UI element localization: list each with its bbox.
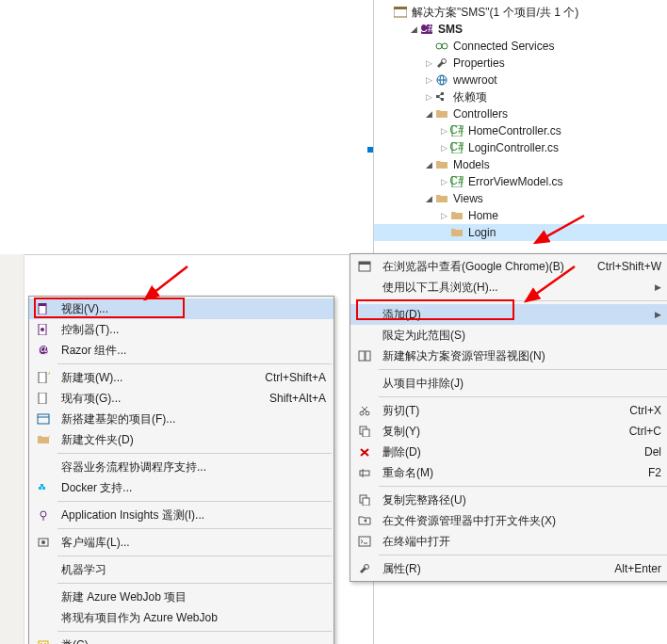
open-folder-icon xyxy=(354,513,375,528)
wwwroot-node[interactable]: ▷ wwwroot xyxy=(374,72,667,89)
csharp-file-icon: C# xyxy=(449,141,464,154)
svg-rect-1 xyxy=(394,7,407,9)
menu-machine-learning[interactable]: 机器学习 xyxy=(29,559,334,580)
dependencies-icon xyxy=(434,90,449,104)
svg-rect-36 xyxy=(363,498,369,506)
menu-new-solution-view[interactable]: 新建解决方案资源管理器视图(N) xyxy=(350,346,667,366)
menu-docker[interactable]: Docker 支持... xyxy=(29,477,334,498)
expand-arrow[interactable]: ◢ xyxy=(423,194,434,203)
menu-scope[interactable]: 限定为此范围(S) xyxy=(350,325,667,346)
globe-icon xyxy=(434,73,449,87)
controllers-folder[interactable]: ◢ Controllers xyxy=(374,105,667,122)
solution-node[interactable]: 解决方案"SMS"(1 个项目/共 1 个) xyxy=(374,4,667,21)
views-label: Views xyxy=(453,192,483,205)
models-folder[interactable]: ◢ Models xyxy=(374,156,667,173)
menu-class[interactable]: 类(C)... xyxy=(29,635,334,644)
svg-rect-12 xyxy=(441,98,444,101)
login-folder[interactable]: Login xyxy=(374,224,667,241)
home-folder[interactable]: ▷ Home xyxy=(374,207,667,224)
folder-icon xyxy=(449,209,464,222)
menu-container[interactable]: 容器业务流程协调程序支持... xyxy=(29,457,334,477)
scaffold-icon xyxy=(33,411,54,427)
connected-services-node[interactable]: Connected Services xyxy=(374,38,667,55)
menu-cut[interactable]: 剪切(T) Ctrl+X xyxy=(350,400,667,421)
expand-arrow[interactable]: ◢ xyxy=(408,24,419,34)
dependencies-node[interactable]: ▷ 依赖项 xyxy=(374,89,667,105)
menu-new-item[interactable]: ✶ 新建项(W)... Ctrl+Shift+A xyxy=(29,367,334,388)
collapse-arrow[interactable]: ▷ xyxy=(438,126,449,136)
folder-icon xyxy=(449,226,464,239)
menu-razor[interactable]: @ Razor 组件... xyxy=(29,340,334,361)
collapse-arrow[interactable]: ▷ xyxy=(438,211,449,220)
solution-icon xyxy=(393,6,408,19)
menu-exclude[interactable]: 从项目中排除(J) xyxy=(350,373,667,394)
menu-client-lib[interactable]: 客户端库(L)... xyxy=(29,532,334,553)
wrench-icon xyxy=(434,56,449,70)
menu-separator xyxy=(57,583,332,584)
project-label: SMS xyxy=(438,23,463,36)
menu-separator xyxy=(379,486,667,487)
menu-browse-chrome[interactable]: 在浏览器中查看(Google Chrome)(B) Ctrl+Shift+W xyxy=(350,256,667,277)
wwwroot-label: wwwroot xyxy=(453,73,497,87)
views-folder[interactable]: ◢ Views xyxy=(374,190,667,207)
menu-scaffold[interactable]: 新搭建基架的项目(F)... xyxy=(29,409,334,429)
logincontroller-label: LoginController.cs xyxy=(468,141,559,154)
scissors-icon xyxy=(354,403,375,418)
svg-point-43 xyxy=(41,328,44,331)
svg-point-5 xyxy=(442,43,447,49)
collapse-arrow[interactable]: ▷ xyxy=(438,143,449,153)
copy-icon xyxy=(354,492,375,507)
expand-arrow[interactable]: ◢ xyxy=(423,160,434,169)
menu-new-webjob[interactable]: 新建 Azure WebJob 项目 xyxy=(29,587,334,607)
menu-open-explorer[interactable]: 在文件资源管理器中打开文件夹(X) xyxy=(350,510,667,531)
menu-copy[interactable]: 复制(Y) Ctrl+C xyxy=(350,421,667,442)
menu-properties[interactable]: 属性(R) Alt+Enter xyxy=(350,558,667,579)
collapse-arrow[interactable]: ▷ xyxy=(438,177,449,186)
collapse-arrow[interactable]: ▷ xyxy=(423,92,434,102)
menu-controller[interactable]: 控制器(T)... xyxy=(29,319,334,340)
svg-rect-10 xyxy=(436,95,439,98)
svg-point-6 xyxy=(442,59,447,64)
rename-icon xyxy=(354,465,375,480)
svg-point-55 xyxy=(41,511,46,517)
svg-rect-49 xyxy=(38,414,49,424)
svg-rect-54 xyxy=(41,484,43,487)
svg-rect-33 xyxy=(360,471,369,475)
errorviewmodel-file[interactable]: ▷ C# ErrorViewModel.cs xyxy=(374,173,667,190)
menu-rename[interactable]: 重命名(M) F2 xyxy=(350,462,667,483)
menu-existing-item[interactable]: 现有项(G)... Shift+Alt+A xyxy=(29,388,334,409)
menu-separator xyxy=(379,369,667,370)
svg-point-4 xyxy=(436,43,442,49)
connected-services-icon xyxy=(434,40,449,53)
existing-item-icon xyxy=(33,391,54,406)
class-icon xyxy=(33,637,54,644)
collapse-arrow[interactable]: ▷ xyxy=(423,75,434,85)
login-folder-label: Login xyxy=(468,226,496,239)
logincontroller-file[interactable]: ▷ C# LoginController.cs xyxy=(374,139,667,156)
models-label: Models xyxy=(453,158,490,171)
homecontroller-file[interactable]: ▷ C# HomeController.cs xyxy=(374,122,667,139)
view-page-icon xyxy=(33,301,54,316)
menu-new-folder[interactable]: ✶ 新建文件夹(D) xyxy=(29,429,334,450)
menu-copy-full-path[interactable]: 复制完整路径(U) xyxy=(350,490,667,510)
menu-separator xyxy=(57,363,332,364)
menu-browse-tool[interactable]: 使用以下工具浏览(H)... ▶ xyxy=(350,277,667,298)
browser-icon xyxy=(354,259,375,274)
svg-rect-0 xyxy=(394,8,407,17)
menu-app-insights[interactable]: Application Insights 遥测(I)... xyxy=(29,505,334,525)
properties-node[interactable]: ▷ Properties xyxy=(374,55,667,72)
solution-view-icon xyxy=(354,348,375,363)
menu-view[interactable]: 视图(V)... xyxy=(29,298,334,319)
menu-delete[interactable]: 删除(D) Del xyxy=(350,442,667,462)
svg-rect-22 xyxy=(359,262,370,265)
expand-arrow[interactable]: ◢ xyxy=(423,109,434,119)
svg-text:✶: ✶ xyxy=(47,434,50,442)
csharp-file-icon: C# xyxy=(449,175,464,188)
home-folder-label: Home xyxy=(468,209,498,222)
menu-existing-webjob[interactable]: 将现有项目作为 Azure WebJob xyxy=(29,607,334,628)
collapse-arrow[interactable]: ▷ xyxy=(423,58,434,68)
project-node[interactable]: ◢ C# SMS xyxy=(374,21,667,38)
menu-add[interactable]: 添加(D) ▶ xyxy=(350,304,667,325)
svg-text:C#: C# xyxy=(450,125,464,137)
menu-open-terminal[interactable]: 在终端中打开 xyxy=(350,531,667,552)
